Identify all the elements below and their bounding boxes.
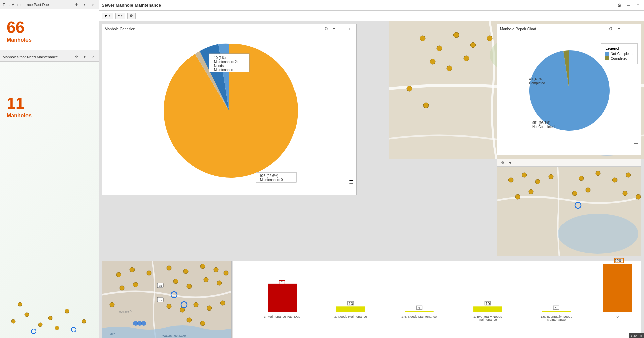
- svg-point-122: [508, 178, 513, 182]
- svg-point-131: [529, 189, 533, 194]
- condition-dropdown-icon[interactable]: ▼: [331, 25, 337, 32]
- svg-text:Maintenance: 2:: Maintenance: 2:: [214, 60, 238, 64]
- svg-point-2: [38, 323, 42, 327]
- top-bar: Sewer Manhole Maintenance ⚙ — □: [99, 0, 644, 11]
- svg-point-5: [65, 309, 69, 313]
- svg-point-66: [130, 267, 135, 272]
- svg-point-90: [137, 321, 142, 326]
- svg-text:Maintenance: Maintenance: [214, 68, 233, 72]
- svg-point-125: [549, 174, 553, 179]
- top-minimize-icon[interactable]: —: [625, 2, 632, 9]
- settings-icon: ⚙: [130, 14, 133, 18]
- repair-legend: Legend Not Completed Completed: [601, 43, 638, 64]
- condition-settings-icon[interactable]: ⚙: [323, 25, 329, 32]
- svg-point-4: [48, 316, 52, 320]
- mid-map-settings[interactable]: ⚙: [499, 160, 506, 166]
- mid-map-dropdown[interactable]: ▼: [507, 160, 514, 166]
- svg-point-79: [110, 302, 114, 307]
- mid-map-restore[interactable]: □: [522, 160, 528, 166]
- svg-rect-109: [603, 264, 632, 312]
- repair-list-icon[interactable]: ☰: [634, 139, 638, 145]
- svg-point-71: [214, 267, 218, 272]
- top-restore-icon[interactable]: □: [635, 2, 641, 9]
- svg-rect-103: [473, 306, 502, 312]
- svg-point-0: [11, 319, 15, 323]
- repair-chart-panel: Manhole Repair Chart ⚙ ▼ — □: [497, 24, 641, 155]
- svg-rect-57: [102, 261, 232, 338]
- svg-point-83: [207, 306, 212, 311]
- legend-label-completed: Completed: [611, 57, 627, 60]
- svg-point-25: [470, 42, 476, 48]
- need-dropdown-icon[interactable]: ▼: [81, 54, 88, 60]
- svg-text:3: Maintenance Past Due: 3: Maintenance Past Due: [264, 315, 301, 318]
- svg-point-24: [453, 32, 459, 38]
- svg-point-135: [636, 194, 641, 199]
- svg-point-3: [18, 302, 22, 306]
- condition-restore-icon[interactable]: □: [347, 25, 354, 32]
- svg-point-86: [200, 321, 205, 326]
- total-dropdown-icon[interactable]: ▼: [81, 1, 88, 8]
- total-expand-icon[interactable]: ⤢: [89, 1, 96, 8]
- mid-map-minimize[interactable]: —: [514, 160, 521, 166]
- repair-chart-title: Manhole Repair Chart: [500, 27, 536, 31]
- svg-point-73: [120, 286, 124, 290]
- svg-point-133: [586, 188, 590, 192]
- svg-text:Completed: Completed: [529, 81, 545, 85]
- svg-text:Lake: Lake: [109, 332, 115, 336]
- manhole-condition-panel: Manhole Condition ⚙ ▼ — □: [102, 24, 357, 195]
- condition-chart-title: Manhole Condition: [105, 27, 136, 31]
- status-bar: 3:30 PM: [629, 333, 644, 338]
- total-settings-icon[interactable]: ⚙: [73, 1, 80, 8]
- svg-point-23: [437, 46, 442, 51]
- condition-pie-chart: 10 (1%) Maintenance: 2: Needs Maintenanc…: [145, 37, 313, 184]
- svg-point-129: [626, 173, 631, 177]
- svg-rect-100: [405, 311, 434, 312]
- svg-text:951 (95.1%): 951 (95.1%): [532, 121, 550, 125]
- repair-settings-icon[interactable]: ⚙: [607, 25, 614, 32]
- layer-icon: ≡: [118, 14, 120, 18]
- svg-point-82: [194, 302, 198, 307]
- svg-rect-94: [268, 284, 297, 312]
- total-unit: Manholes: [7, 37, 92, 43]
- need-expand-icon[interactable]: ⤢: [89, 54, 96, 60]
- mini-map: [0, 271, 99, 338]
- settings-button[interactable]: ⚙: [127, 13, 136, 19]
- need-settings-icon[interactable]: ⚙: [73, 54, 80, 60]
- svg-point-37: [464, 56, 469, 61]
- top-settings-icon[interactable]: ⚙: [616, 2, 623, 9]
- svg-point-85: [187, 318, 192, 322]
- svg-point-6: [55, 326, 59, 330]
- right-content: Sewer Manhole Maintenance ⚙ — □ ▼ ▼ ≡ ▼ …: [99, 0, 644, 338]
- total-maintenance-title: Total Maintenance Past Due: [3, 3, 49, 7]
- svg-point-132: [572, 191, 577, 196]
- repair-minimize-icon[interactable]: —: [624, 25, 630, 32]
- svg-point-78: [217, 281, 222, 285]
- total-count: 66: [7, 19, 92, 36]
- condition-minimize-icon[interactable]: —: [339, 25, 345, 32]
- filter-button[interactable]: ▼ ▼: [102, 13, 113, 19]
- toolbar: ▼ ▼ ≡ ▼ ⚙: [99, 11, 644, 21]
- need-count: 11: [7, 95, 92, 111]
- svg-rect-106: [542, 311, 571, 312]
- legend-label-not-completed: Not Completed: [611, 52, 633, 56]
- svg-point-75: [173, 279, 178, 284]
- repair-dropdown-icon[interactable]: ▼: [615, 25, 622, 32]
- svg-point-1: [25, 313, 29, 317]
- bottom-left-map-svg: Lake Watersmeet Lake Shilhang Dr 43 43: [102, 261, 232, 338]
- svg-point-7: [82, 319, 86, 323]
- total-maintenance-header: Total Maintenance Past Due ⚙ ▼ ⤢: [0, 0, 99, 9]
- need-unit: Manholes: [7, 113, 92, 119]
- svg-point-80: [167, 304, 171, 309]
- condition-list-icon[interactable]: ☰: [349, 179, 354, 185]
- repair-restore-icon[interactable]: □: [632, 25, 638, 32]
- svg-point-124: [535, 179, 540, 184]
- svg-text:52: 52: [280, 279, 284, 283]
- svg-point-68: [167, 266, 171, 270]
- svg-point-76: [187, 284, 192, 289]
- app-title: Sewer Manhole Maintenance: [102, 3, 161, 8]
- layer-button[interactable]: ≡ ▼: [115, 13, 125, 19]
- svg-point-22: [420, 36, 425, 41]
- svg-text:43: 43: [159, 299, 162, 302]
- svg-point-128: [612, 178, 617, 182]
- svg-point-127: [596, 171, 600, 176]
